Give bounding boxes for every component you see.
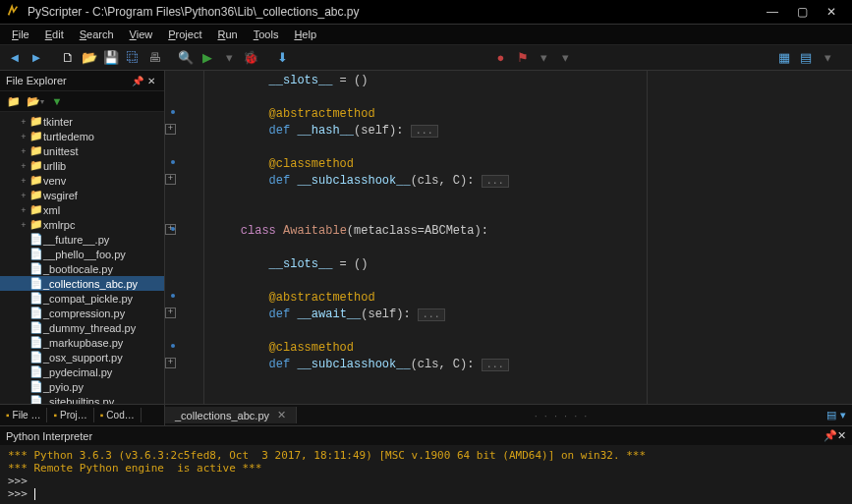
expand-icon[interactable]: + — [18, 132, 29, 141]
tree-folder[interactable]: +📁urllib — [0, 158, 164, 173]
editor-tab[interactable]: _collections_abc.py ✕ — [165, 407, 297, 423]
run-dropdown[interactable]: ▾ — [219, 48, 239, 68]
tree-folder[interactable]: +📁unittest — [0, 143, 164, 158]
panel-close-icon[interactable]: ✕ — [144, 76, 158, 86]
code-content[interactable]: __slots__ = () @abstractmethod def __has… — [204, 71, 852, 404]
tree-file[interactable]: 📄_osx_support.py — [0, 350, 164, 364]
python-interpreter[interactable]: *** Python 3.6.3 (v3.6.3:2c5fed8, Oct 3 … — [0, 445, 852, 504]
interpreter-pin-icon[interactable]: 📌 — [824, 429, 837, 442]
side-tab-1[interactable]: ▪Proj… — [47, 408, 93, 422]
tree-file[interactable]: 📄__phello__foo.py — [0, 247, 164, 261]
tab-close-icon[interactable]: ✕ — [277, 409, 286, 421]
editor-gutter[interactable]: +++++++++ — [165, 71, 204, 404]
debug-button[interactable]: 🐞 — [241, 48, 260, 68]
tree-file[interactable]: 📄_bootlocale.py — [0, 261, 164, 276]
file-tree[interactable]: +📁tkinter+📁turtledemo+📁unittest+📁urllib+… — [0, 112, 164, 404]
side-tab-label: Cod… — [106, 410, 134, 420]
python-file-icon: 📄 — [29, 248, 43, 260]
tree-file[interactable]: 📄_compression.py — [0, 306, 164, 320]
tree-label: unittest — [43, 145, 78, 157]
title-bar: PyScripter - C:\Program Files\Python36\L… — [0, 0, 852, 24]
fold-icon[interactable]: + — [165, 124, 176, 135]
layout-button-2[interactable]: ▤ — [796, 48, 816, 68]
file-explorer-header: File Explorer 📌 ✕ — [0, 71, 164, 90]
side-tabs: ▪File …▪Proj…▪Cod… — [0, 404, 164, 425]
expand-icon[interactable]: + — [18, 205, 29, 215]
explorer-filter-button[interactable]: ▼ — [47, 92, 67, 110]
new-file-button[interactable]: 🗋 — [58, 48, 78, 68]
side-tab-icon: ▪ — [53, 410, 57, 420]
explorer-folder-button[interactable]: 📁 — [4, 92, 24, 110]
layout-button-1[interactable]: ▦ — [774, 48, 794, 68]
tree-folder[interactable]: +📁turtledemo — [0, 129, 164, 143]
folder-icon: 📁 — [29, 159, 43, 172]
tree-folder[interactable]: +📁tkinter — [0, 114, 164, 129]
code-editor[interactable]: +++++++++ __slots__ = () @abstractmethod… — [165, 71, 852, 404]
editor-tool-icon-2[interactable]: ▾ — [840, 409, 846, 421]
menu-help[interactable]: Help — [286, 27, 324, 42]
layout-dropdown[interactable]: ▾ — [818, 48, 837, 68]
folder-icon: 📁 — [29, 203, 43, 216]
tree-file[interactable]: 📄_compat_pickle.py — [0, 291, 164, 306]
interpreter-title: Python Interpreter — [6, 430, 92, 442]
save-button[interactable]: 💾 — [101, 48, 121, 68]
print-button[interactable]: 🖶 — [144, 48, 164, 68]
tree-folder[interactable]: +📁xmlrpc — [0, 217, 164, 232]
fold-icon[interactable]: + — [165, 308, 176, 318]
back-button[interactable]: ◄ — [5, 48, 25, 68]
side-tab-2[interactable]: ▪Cod… — [94, 408, 142, 422]
pin-icon[interactable]: 📌 — [131, 76, 144, 86]
tree-file[interactable]: 📄_markupbase.py — [0, 335, 164, 350]
external-run-button[interactable]: ⬇ — [272, 48, 292, 68]
tree-file[interactable]: 📄_pydecimal.py — [0, 364, 164, 379]
fold-icon[interactable]: + — [165, 358, 176, 368]
bookmark-icon — [171, 160, 175, 164]
tree-file[interactable]: 📄_dummy_thread.py — [0, 320, 164, 335]
toolbar-dropdown-2[interactable]: ▾ — [556, 48, 576, 68]
open-file-button[interactable]: 📂 — [80, 48, 99, 68]
ruler-guide — [647, 71, 648, 404]
tree-label: _pydecimal.py — [43, 366, 112, 378]
menu-search[interactable]: Search — [72, 27, 122, 42]
tree-file[interactable]: 📄_collections_abc.py — [0, 276, 164, 291]
tree-label: venv — [43, 175, 66, 187]
watches-button[interactable]: ⚑ — [513, 48, 533, 68]
expand-icon[interactable]: + — [18, 220, 29, 230]
execute-button[interactable]: ▶ — [198, 48, 217, 68]
minimize-button[interactable]: — — [758, 5, 787, 19]
tree-folder[interactable]: +📁wsgiref — [0, 188, 164, 202]
menu-view[interactable]: View — [122, 27, 161, 42]
expand-icon[interactable]: + — [18, 146, 29, 156]
fold-icon[interactable]: + — [165, 174, 176, 185]
breakpoint-button[interactable]: ● — [491, 48, 511, 68]
interpreter-close-icon[interactable]: ✕ — [837, 429, 846, 442]
menu-tools[interactable]: Tools — [246, 27, 287, 42]
menu-file[interactable]: File — [4, 27, 37, 42]
side-tab-0[interactable]: ▪File … — [0, 408, 47, 422]
editor-tool-icon-1[interactable]: ▤ — [826, 409, 836, 421]
tree-file[interactable]: 📄_pyio.py — [0, 379, 164, 394]
tree-label: _compression.py — [43, 308, 125, 319]
syntax-check-button[interactable]: 🔍 — [176, 48, 196, 68]
tree-file[interactable]: 📄_sitebuiltins.py — [0, 394, 164, 404]
tree-file[interactable]: 📄__future__.py — [0, 232, 164, 247]
python-file-icon: 📄 — [29, 233, 43, 246]
app-logo-icon — [6, 4, 22, 20]
expand-icon[interactable]: + — [18, 117, 29, 127]
expand-icon[interactable]: + — [18, 176, 29, 186]
close-button[interactable]: ✕ — [817, 5, 846, 19]
python-file-icon: 📄 — [29, 262, 43, 275]
interpreter-header: Python Interpreter 📌 ✕ — [0, 425, 852, 445]
menu-run[interactable]: Run — [210, 27, 246, 42]
tree-folder[interactable]: +📁xml — [0, 202, 164, 217]
expand-icon[interactable]: + — [18, 161, 29, 171]
save-all-button[interactable]: ⿻ — [123, 48, 142, 68]
forward-button[interactable]: ► — [27, 48, 46, 68]
toolbar-dropdown-1[interactable]: ▾ — [535, 48, 554, 68]
menu-edit[interactable]: Edit — [37, 27, 72, 42]
explorer-up-button[interactable]: 📂▾ — [26, 92, 45, 110]
tree-folder[interactable]: +📁venv — [0, 173, 164, 188]
menu-project[interactable]: Project — [160, 27, 209, 42]
maximize-button[interactable]: ▢ — [787, 5, 817, 19]
expand-icon[interactable]: + — [18, 191, 29, 200]
